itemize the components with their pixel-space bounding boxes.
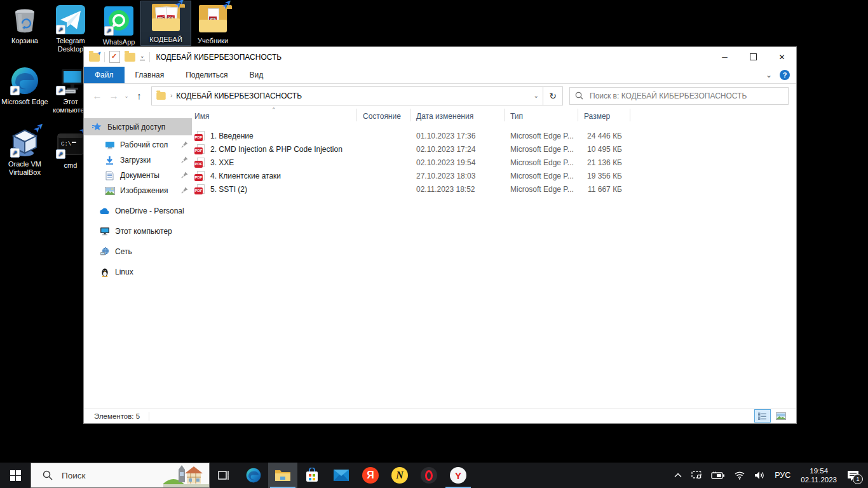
sidebar-item-linux[interactable]: Linux <box>84 264 192 280</box>
tray-display-icon[interactable] <box>686 463 707 488</box>
sidebar-item-label: Сеть <box>115 247 132 256</box>
file-explorer-icon <box>275 468 291 482</box>
refresh-button[interactable]: ↻ <box>543 86 563 105</box>
start-button[interactable] <box>0 463 31 488</box>
tab-file[interactable]: Файл <box>84 67 125 83</box>
breadcrumb[interactable]: КОДЕБАЙ КИБЕРБЕЗОПАСНОСТЬ <box>176 92 302 100</box>
column-header-size[interactable]: Размер <box>584 112 610 121</box>
pin-icon[interactable] <box>181 141 188 150</box>
file-row[interactable]: PDF4. Клиентские атаки 27.10.2023 18:03 … <box>192 169 796 182</box>
notification-center-button[interactable]: 1 <box>842 463 868 488</box>
back-button[interactable]: ← <box>89 90 105 101</box>
address-dropdown-icon[interactable]: ⌄ <box>534 92 539 99</box>
properties-check-icon[interactable] <box>109 51 120 63</box>
window-title: КОДЕБАЙ КИБЕРБЕЗОПАСНОСТЬ <box>156 53 282 62</box>
qat-customize-chevron-icon[interactable]: ⌄ <box>140 53 145 60</box>
maximize-button[interactable] <box>739 47 768 67</box>
column-header-type[interactable]: Тип <box>510 112 523 121</box>
pdf-file-icon: PDF <box>194 158 205 168</box>
thumbnails-view-button[interactable] <box>773 410 789 422</box>
edge-icon: ↗ <box>10 65 40 96</box>
desktop-icon-kodebay[interactable]: PDF PDF ➤➤ КОДЕБАЙ <box>141 1 191 45</box>
desktop-icon-virtualbox[interactable]: ↗ ➤➤ Oracle VM VirtualBox <box>0 126 50 178</box>
taskbar-search-input[interactable] <box>60 470 146 481</box>
sidebar-item-this-pc[interactable]: Этот компьютер <box>84 224 192 239</box>
desktop-icon-whatsapp[interactable]: ↗ WhatsApp <box>94 4 144 48</box>
sidebar-item-onedrive[interactable]: OneDrive - Personal <box>84 203 192 219</box>
title-bar[interactable]: ➤ ⌄ КОДЕБАЙ КИБЕРБЕЗОПАСНОСТЬ ─ ✕ <box>84 47 796 67</box>
taskbar-search-box[interactable] <box>31 463 210 488</box>
taskbar-edge-button[interactable] <box>239 463 268 488</box>
tab-view[interactable]: Вид <box>238 67 274 83</box>
desktop-icon-edge[interactable]: ↗ Microsoft Edge <box>0 64 50 107</box>
explorer-search-input[interactable] <box>588 91 783 101</box>
taskbar-store-button[interactable] <box>297 463 327 488</box>
forward-button[interactable]: → <box>105 90 122 101</box>
taskbar-opera-button[interactable] <box>414 463 444 488</box>
taskbar-yellow-app-button[interactable]: N <box>385 463 414 488</box>
new-folder-icon[interactable] <box>125 53 135 62</box>
sidebar-item-network[interactable]: Сеть <box>84 244 192 259</box>
address-row: ← → ⌄ ↑ › КОДЕБАЙ КИБЕРБЕЗОПАСНОСТЬ ⌄ ↻ <box>84 84 796 107</box>
file-row[interactable]: PDF1. Введение 01.10.2023 17:36 Microsof… <box>192 129 796 142</box>
tab-share[interactable]: Поделиться <box>175 67 238 83</box>
column-header-status[interactable]: Состояние <box>363 112 401 121</box>
pdf-file-icon: PDF <box>194 184 205 194</box>
up-button[interactable]: ↑ <box>131 90 147 101</box>
taskbar-file-explorer-button[interactable] <box>268 463 297 488</box>
minimize-button[interactable]: ─ <box>710 47 739 67</box>
sidebar-item-desktop[interactable]: Рабочий стол <box>84 137 192 152</box>
column-separator <box>578 109 578 121</box>
file-name: 2. CMD Injection & PHP Code Injection <box>210 145 342 154</box>
downloads-icon <box>104 156 115 165</box>
sidebar-item-label: Документы <box>120 171 159 180</box>
quick-access-star-icon <box>92 122 102 132</box>
tray-wifi-icon[interactable] <box>729 463 750 488</box>
notification-badge: 1 <box>853 474 863 484</box>
sidebar-item-documents[interactable]: Документы <box>84 168 192 183</box>
task-view-button[interactable] <box>210 463 239 488</box>
pin-icon[interactable] <box>181 187 188 196</box>
history-chevron-icon[interactable]: ⌄ <box>122 93 131 99</box>
sidebar-item-downloads[interactable]: Загрузки <box>84 152 192 168</box>
file-row[interactable]: PDF5. SSTI (2) 02.11.2023 18:52 Microsof… <box>192 182 796 196</box>
sidebar-item-pictures[interactable]: Изображения <box>84 183 192 198</box>
pdf-file-icon: PDF <box>194 131 205 141</box>
search-highlight-illustration[interactable] <box>163 463 209 487</box>
sidebar-item-label: Этот компьютер <box>115 227 172 236</box>
explorer-search-box[interactable] <box>569 87 789 105</box>
column-separator <box>356 109 357 121</box>
pin-icon[interactable] <box>181 172 188 180</box>
column-header-modified[interactable]: Дата изменения <box>416 112 473 121</box>
tray-battery-icon[interactable] <box>707 463 729 488</box>
desktop-icon-uchebniki[interactable]: PDF ➤➤ Учебники <box>188 3 238 46</box>
clock[interactable]: 19:54 02.11.2023 <box>796 466 842 484</box>
sidebar-item-label: Изображения <box>120 186 168 195</box>
desktop-icon-recycle-bin[interactable]: Корзина <box>0 3 50 46</box>
details-view-icon <box>758 412 767 420</box>
taskbar-mail-button[interactable] <box>327 463 356 488</box>
tray-volume-icon[interactable] <box>750 463 770 488</box>
taskbar-yandex-button[interactable]: Я <box>356 463 385 488</box>
close-button[interactable]: ✕ <box>768 47 796 67</box>
taskbar-yandex-browser-button[interactable]: Y <box>444 463 473 488</box>
shortcut-arrow-icon: ↗ <box>10 148 20 158</box>
file-row[interactable]: PDF2. CMD Injection & PHP Code Injection… <box>192 142 796 156</box>
ribbon-collapse-chevron-icon[interactable]: ⌄ <box>766 71 772 79</box>
file-name: 3. XXE <box>210 158 234 167</box>
tab-home[interactable]: Главная <box>125 67 175 83</box>
thumbnails-view-icon <box>776 412 786 420</box>
help-icon[interactable]: ? <box>780 70 790 80</box>
edge-icon <box>245 467 262 484</box>
taskbar: Я N Y РУС 19:54 02.11.2023 <box>0 463 868 488</box>
tray-chevron-up-icon[interactable] <box>670 463 686 488</box>
desktop-icon-label: WhatsApp <box>103 38 135 46</box>
column-header-name[interactable]: Имя <box>194 112 209 121</box>
language-indicator[interactable]: РУС <box>770 471 796 480</box>
details-view-button[interactable] <box>755 410 770 422</box>
file-row[interactable]: PDF3. XXE 02.10.2023 19:54 Microsoft Edg… <box>192 156 796 169</box>
address-bar[interactable]: › КОДЕБАЙ КИБЕРБЕЗОПАСНОСТЬ ⌄ <box>151 86 543 105</box>
sidebar-item-quick-access[interactable]: Быстрый доступ <box>84 118 192 135</box>
pin-icon[interactable] <box>181 156 188 165</box>
shortcut-arrow-icon: ↗ <box>104 26 114 36</box>
